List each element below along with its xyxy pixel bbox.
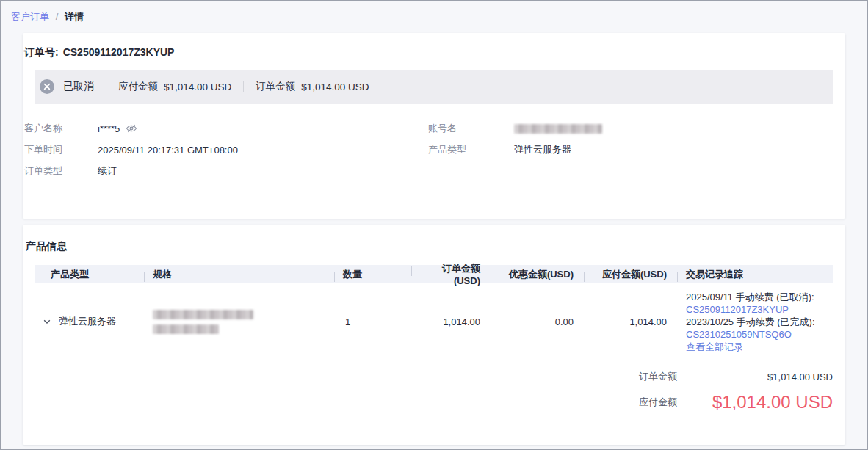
breadcrumb: 客户订单 / 详情 (1, 1, 867, 23)
divider (243, 81, 244, 92)
product-info-title: 产品信息 (23, 225, 845, 253)
col-header-payable-amount: 应付金额(USD) (584, 268, 677, 281)
status-badge: 已取消 (63, 80, 94, 93)
col-header-spec: 规格 (144, 268, 334, 281)
divider (106, 81, 106, 92)
detail-order-type: 订单类型 续订 (24, 164, 428, 178)
order-totals: 订单金额 $1,014.00 USD 应付金额 $1,014.00 USD (35, 369, 833, 415)
transaction-2-order-link[interactable]: CS2310251059NTSQ6O (686, 328, 792, 341)
breadcrumb-separator: / (56, 11, 59, 22)
table-row: 弹性云服务器 1 1,014.00 0.00 1,014.00 2025/09/… (35, 283, 833, 360)
table-header-row: 产品类型 规格 数量 订单金额(USD) 优惠金额(USD) 应付金额(USD)… (35, 265, 833, 283)
row-order-amount: 1,014.00 (411, 316, 491, 327)
transaction-1-order-link[interactable]: CS2509112017Z3KYUP (686, 303, 789, 316)
detail-account-name: 账号名 (428, 121, 845, 136)
order-number-value: CS2509112017Z3KYUP (63, 46, 175, 58)
total-order-amount-label: 订单金额 (639, 370, 677, 383)
customer-name-label: 客户名称 (24, 122, 98, 135)
order-type-label: 订单类型 (24, 164, 98, 178)
col-header-transaction-trace: 交易记录追踪 (677, 268, 833, 281)
order-number-title: 订单号:CS2509112017Z3KYUP (23, 33, 845, 59)
payable-amount-value: $1,014.00 USD (164, 81, 231, 92)
order-details: 客户名称 i****5 下单时间 2025/09/11 20:17:31 GMT… (24, 121, 845, 185)
order-time-value: 2025/09/11 20:17:31 GMT+08:00 (98, 145, 238, 156)
col-header-order-amount: 订单金额(USD) (411, 262, 491, 286)
col-header-discount-amount: 优惠金额(USD) (491, 268, 584, 281)
detail-order-time: 下单时间 2025/09/11 20:17:31 GMT+08:00 (24, 142, 428, 157)
account-name-redacted-value (514, 124, 602, 134)
row-spec-redacted (144, 310, 334, 334)
row-discount-amount: 0.00 (491, 316, 584, 327)
product-type-value: 弹性云服务器 (514, 143, 571, 156)
order-amount-label: 订单金额 (256, 80, 295, 93)
product-info-card: 产品信息 产品类型 规格 数量 订单金额(USD) 优惠金额(USD) 应付金额… (23, 225, 845, 445)
total-payable-amount-label: 应付金额 (639, 396, 677, 409)
eye-off-icon[interactable] (126, 123, 137, 134)
view-all-records-link[interactable]: 查看全部记录 (686, 341, 743, 353)
chevron-down-icon[interactable] (43, 317, 51, 326)
product-type-label: 产品类型 (428, 143, 514, 156)
payable-amount-label: 应付金额 (118, 80, 158, 93)
account-name-label: 账号名 (428, 122, 514, 135)
row-product-type: 弹性云服务器 (59, 315, 116, 328)
order-type-value: 续订 (98, 164, 117, 178)
breadcrumb-current: 详情 (65, 11, 84, 22)
detail-product-type: 产品类型 弹性云服务器 (428, 142, 845, 157)
order-summary-card: 订单号:CS2509112017Z3KYUP 已取消 应付金额 $1,014.0… (23, 33, 845, 219)
breadcrumb-link-customer-orders[interactable]: 客户订单 (11, 11, 49, 22)
order-status-bar: 已取消 应付金额 $1,014.00 USD 订单金额 $1,014.00 US… (35, 70, 833, 104)
x-circle-icon (40, 79, 54, 94)
order-number-label: 订单号: (24, 46, 59, 58)
row-transaction-trace: 2025/09/11 手动续费 (已取消): CS2509112017Z3KYU… (677, 291, 833, 353)
transaction-2-text: 2023/10/25 手动续费 (已完成): (686, 316, 815, 327)
col-header-product-type: 产品类型 (35, 268, 144, 281)
transaction-1-text: 2025/09/11 手动续费 (已取消): (686, 291, 814, 302)
total-payable-amount: 应付金额 $1,014.00 USD (35, 390, 833, 415)
customer-name-value: i****5 (98, 123, 120, 134)
product-table: 产品类型 规格 数量 订单金额(USD) 优惠金额(USD) 应付金额(USD)… (35, 265, 833, 360)
total-payable-amount-value: $1,014.00 USD (677, 392, 833, 413)
row-payable-amount: 1,014.00 (584, 316, 677, 327)
row-quantity: 1 (334, 316, 411, 327)
order-time-label: 下单时间 (24, 143, 98, 156)
total-order-amount: 订单金额 $1,014.00 USD (35, 369, 833, 384)
detail-customer-name: 客户名称 i****5 (24, 121, 428, 136)
order-amount-value: $1,014.00 USD (301, 81, 369, 92)
divider (35, 360, 833, 360)
total-order-amount-value: $1,014.00 USD (677, 371, 833, 382)
col-header-quantity: 数量 (334, 268, 411, 281)
